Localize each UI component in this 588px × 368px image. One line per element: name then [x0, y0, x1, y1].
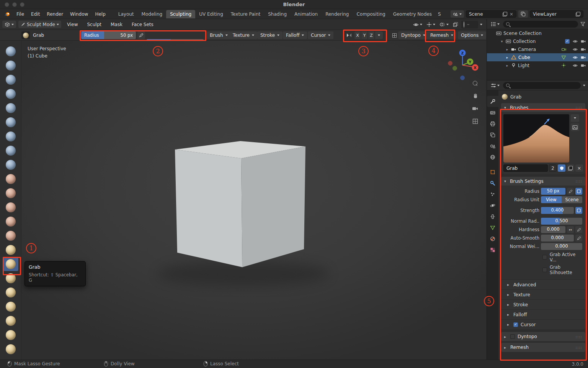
subpanel-cursor[interactable]: ▸ ✓ Cursor [501, 319, 585, 329]
tool-multiplane-scrape[interactable] [3, 229, 18, 243]
tab-scene-icon[interactable] [487, 140, 498, 151]
dyntopo-checkbox[interactable] [510, 334, 515, 339]
window-minimize-button[interactable] [12, 2, 17, 7]
tool-draw[interactable] [3, 44, 18, 58]
tab-object-data-icon[interactable] [487, 222, 498, 233]
brush-users-count[interactable]: 2 [549, 164, 557, 172]
disable-render-camera-icon[interactable] [581, 64, 586, 67]
strength-slider[interactable]: 0.400 [541, 207, 574, 214]
invert-arrows-icon[interactable]: ↔ [567, 226, 574, 233]
drag-grip-icon[interactable]: :::: [576, 335, 582, 339]
hide-eye-icon[interactable] [573, 56, 578, 59]
strength-override-icon[interactable] [575, 207, 582, 214]
subpanel-texture[interactable]: ▸ Texture [501, 289, 585, 299]
outliner-row-camera[interactable]: ▸ Camera [487, 45, 588, 53]
tab-modifiers-icon[interactable] [487, 177, 498, 189]
drag-grip-icon[interactable]: :::: [576, 105, 582, 110]
light-data-icon[interactable] [561, 63, 566, 68]
ortho-grid-icon[interactable] [472, 118, 479, 125]
workspace-sculpting[interactable]: Sculpting [166, 10, 195, 18]
close-icon[interactable]: × [510, 12, 513, 16]
workspace-clipped[interactable]: S [436, 10, 441, 18]
viewport-3d[interactable]: User Perspective (1) Cube Z Y X [21, 41, 486, 360]
workspace-shading[interactable]: Shading [264, 10, 291, 18]
grab-active-vertex-checkbox[interactable] [542, 255, 547, 260]
remesh-panel-header[interactable]: ▸ Remesh :::: [501, 343, 585, 352]
pressure-pen-icon[interactable] [575, 226, 582, 233]
camera-view-icon[interactable] [472, 105, 479, 112]
shading-rendered-icon[interactable] [475, 24, 477, 25]
radius-slider[interactable]: 50 px [541, 188, 565, 195]
brushes-panel-header[interactable]: ▾ Brushes :::: [501, 103, 585, 112]
tool-clay-thumb[interactable] [3, 101, 18, 115]
tool-draw-sharp[interactable] [3, 59, 18, 72]
expand-arrow-icon[interactable]: ▸ [505, 56, 509, 59]
tool-pinch[interactable] [3, 243, 18, 257]
menu-window[interactable]: Window [67, 10, 91, 18]
disable-render-camera-icon[interactable] [581, 39, 586, 43]
tab-constraints-icon[interactable] [487, 211, 498, 222]
tab-material-icon[interactable] [487, 233, 498, 244]
remesh-dropdown[interactable]: Remesh [427, 31, 456, 39]
tool-blob[interactable] [3, 144, 18, 158]
tool-smooth[interactable] [3, 172, 18, 186]
normal-radius-slider[interactable]: 0.500 [541, 218, 582, 225]
expand-arrow-icon[interactable]: ▾ [500, 39, 504, 43]
editor-type-button[interactable] [2, 21, 16, 28]
subpanel-advanced[interactable]: ▸ Advanced [501, 279, 585, 289]
scene-field[interactable]: Scene × [466, 10, 516, 18]
navigation-gizmo[interactable]: Z Y X [445, 44, 480, 80]
tool-snake-hook[interactable] [3, 286, 18, 299]
tool-rotate[interactable] [3, 342, 18, 356]
workspace-layout[interactable]: Layout [114, 10, 138, 18]
brush-preview-chip[interactable] [21, 31, 30, 39]
pressure-pen-icon[interactable] [567, 188, 574, 195]
mirror-x-toggle[interactable]: X [354, 31, 361, 39]
menu-sculpt[interactable]: Sculpt [83, 21, 105, 28]
mode-selector[interactable]: Sculpt Mode [18, 21, 61, 28]
tab-output-icon[interactable] [487, 118, 498, 129]
zoom-icon[interactable] [472, 80, 479, 87]
tool-grab[interactable] [3, 257, 18, 271]
menu-render[interactable]: Render [43, 10, 67, 18]
shading-dropdown-icon[interactable] [480, 24, 482, 25]
dyntopo-dropdown[interactable]: Dyntopo [398, 31, 428, 39]
mesh-data-icon[interactable] [561, 55, 566, 60]
outliner-editor-icon[interactable] [490, 20, 501, 28]
brush-image-icon[interactable] [571, 123, 579, 131]
radius-pressure-button[interactable] [137, 31, 145, 39]
brush-dropdown[interactable]: Brush [207, 31, 231, 39]
workspace-compositing[interactable]: Compositing [353, 10, 389, 18]
tool-scrape[interactable] [3, 215, 18, 228]
menu-face-sets[interactable]: Face Sets [128, 21, 157, 28]
hide-eye-icon[interactable] [573, 39, 578, 43]
drag-grip-icon[interactable]: :::: [576, 345, 582, 350]
brush-select-dropdown[interactable] [571, 114, 579, 122]
tab-texture-icon[interactable] [487, 244, 498, 255]
disable-render-camera-icon[interactable] [581, 48, 586, 51]
object-visibility-button[interactable] [412, 21, 423, 28]
workspace-uv-editing[interactable]: UV Editing [195, 10, 227, 18]
expand-arrow-icon[interactable]: ▸ [505, 48, 509, 51]
tool-inflate[interactable] [3, 130, 18, 143]
dyntopo-panel-header[interactable]: ▸ Dyntopo :::: [501, 332, 585, 341]
hardness-slider[interactable]: 0.000 [541, 226, 565, 233]
unlink-brush-button[interactable]: × [575, 164, 583, 172]
workspace-animation[interactable]: Animation [291, 10, 322, 18]
shading-wireframe-icon[interactable] [462, 21, 466, 28]
outliner-row-light[interactable]: ▸ Light [487, 61, 588, 69]
expand-arrow-icon[interactable]: ▸ [505, 64, 509, 67]
tab-render-icon[interactable] [487, 107, 498, 118]
tool-clay[interactable] [3, 73, 18, 87]
auto-smooth-slider[interactable]: 0.000 [541, 235, 574, 242]
pressure-pen-icon[interactable] [575, 235, 582, 242]
mirror-z-toggle[interactable]: Z [368, 31, 375, 39]
outliner-search-input[interactable] [503, 21, 578, 28]
tool-fill[interactable] [3, 200, 18, 214]
tab-view-layer-icon[interactable] [487, 129, 498, 140]
properties-search-input[interactable] [503, 82, 581, 89]
viewlayer-browse-button[interactable] [518, 10, 528, 18]
shading-solid-icon[interactable] [467, 24, 469, 25]
radius-slider[interactable]: Radius 50 px [81, 31, 136, 39]
tool-elastic-deform[interactable] [3, 271, 18, 285]
